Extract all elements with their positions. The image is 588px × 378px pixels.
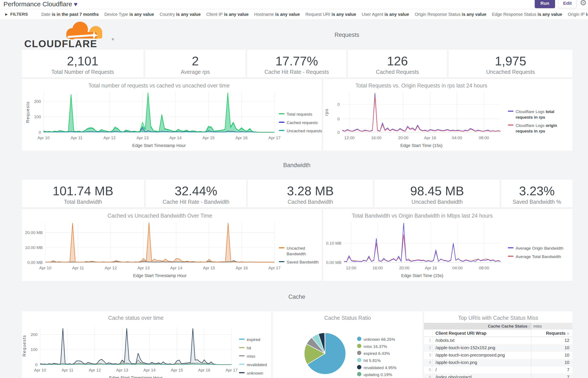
- bandwidth-over-time-chart[interactable]: 0.00 MB10.00 MB20.00 MBApr 10Apr 11Apr 1…: [22, 209, 322, 281]
- pivot-field-label[interactable]: Cache Cache Status›: [424, 323, 531, 329]
- svg-text:0: 0: [337, 130, 340, 135]
- pivot-value: miss: [531, 323, 572, 329]
- gear-icon[interactable]: ⚙: [580, 0, 587, 7]
- filter-date[interactable]: Dateis in the past 7 months: [41, 12, 99, 17]
- tile-value: 3.28 MB: [248, 184, 373, 198]
- legend-item[interactable]: unknown 66.25%: [357, 337, 418, 342]
- chevron-right-icon: ›: [528, 324, 530, 328]
- filter-client-ip[interactable]: Client IPis any value: [206, 12, 249, 17]
- table-row[interactable]: 6 /index.php/contact/ 7: [424, 373, 572, 378]
- tile-label: Saved Bandwidth %: [501, 199, 572, 205]
- legend-item[interactable]: Saved Bandwidth: [279, 259, 322, 265]
- requests-over-time-chart[interactable]: 0100200Apr 10Apr 11Apr 12Apr 13Apr 14Apr…: [22, 79, 322, 151]
- dashboard-root: { "header": {"title": "Performance Cloud…: [0, 0, 588, 378]
- tile-uncached-requests: 1,975 Uncached Requests: [449, 50, 572, 77]
- requests-rps-chart[interactable]: 00012:0016:0020:00Apr 1604:0008:00Edge S…: [323, 79, 572, 151]
- svg-text:Apr 13: Apr 13: [138, 266, 150, 270]
- filter-hostname[interactable]: Hostnameis any value: [254, 12, 300, 17]
- legend-item[interactable]: Cloudflare Logs origin requests in rps: [508, 123, 566, 134]
- legend-item[interactable]: Average Origin Bandwidth: [508, 245, 569, 251]
- svg-text:Apr 14: Apr 14: [169, 135, 182, 140]
- cache-status-ratio-pie[interactable]: unknown 66.25%miss 16.37%expired 6.43%hi…: [273, 311, 422, 378]
- svg-text:Edge Start Timestamp Hour: Edge Start Timestamp Hour: [109, 375, 163, 378]
- filters-label[interactable]: FILTERS: [10, 12, 28, 17]
- cache-status-over-time-chart[interactable]: 0100200Apr 10Apr 11Apr 12Apr 13Apr 14Apr…: [22, 311, 271, 378]
- tile-value: 32.44%: [146, 184, 246, 198]
- tile-label: Cached Bandwidth: [248, 199, 373, 205]
- cache-status-over-time-card: Cache status over time 0100200Apr 10Apr …: [22, 311, 271, 378]
- legend-item[interactable]: expired 6.43%: [357, 351, 418, 356]
- heart-icon: ♥: [74, 1, 78, 8]
- legend-item[interactable]: revalidated: [239, 362, 271, 368]
- svg-text:Apr 10: Apr 10: [39, 266, 51, 270]
- svg-text:100: 100: [30, 347, 38, 352]
- chart-title: Total Requests vs. Origin Requests in rp…: [342, 82, 501, 89]
- svg-text:Apr 15: Apr 15: [203, 266, 215, 270]
- svg-text:Apr 12: Apr 12: [105, 266, 117, 270]
- filter-origin-response-status[interactable]: Origin Response Statusis any value: [415, 12, 486, 17]
- tile-uncached-bandwidth: 98.45 MB Uncached Bandwidth: [375, 180, 500, 207]
- tile-value: 98.45 MB: [375, 184, 500, 198]
- top-uris-table-card: Top URIs with Cache Status Miss Cache Ca…: [424, 311, 572, 378]
- legend-item[interactable]: hit 5.81%: [357, 358, 418, 364]
- tile-cached-requests: 126 Cached Requests: [348, 50, 447, 77]
- legend-item[interactable]: miss 16.37%: [357, 344, 418, 350]
- legend-item[interactable]: revalidated 4.95%: [357, 365, 418, 371]
- filter-origin-ip[interactable]: Origin IPis any value: [568, 12, 588, 17]
- tile-label: Total Number of Requests: [22, 69, 143, 75]
- svg-text:Apr 10: Apr 10: [38, 135, 50, 140]
- svg-text:04:00: 04:00: [452, 266, 463, 270]
- run-button[interactable]: Run: [535, 0, 555, 8]
- filters-expand-icon[interactable]: ▶: [5, 12, 8, 16]
- bandwidth-mbps-chart[interactable]: 0.00 MB0.10 MB12:0016:0020:00Apr 1604:00…: [323, 209, 572, 281]
- svg-text:Apr 16: Apr 16: [198, 368, 210, 372]
- tile-value: 101.74 MB: [22, 184, 144, 198]
- tile-label: Uncached Bandwidth: [375, 199, 500, 205]
- legend-item[interactable]: Average Total Bandwidth: [508, 254, 569, 260]
- legend-item[interactable]: expired: [239, 337, 271, 342]
- chart-title: Cache status over time: [40, 315, 232, 321]
- tile-value: 2,101: [22, 54, 143, 68]
- chart-legend: Cloudflare Logs total requests in rpsClo…: [508, 109, 566, 137]
- svg-text:0.00 MB: 0.00 MB: [326, 260, 341, 265]
- table-row[interactable]: 1 /robots.txt 12: [424, 337, 572, 344]
- tile-value: 17.77%: [247, 54, 346, 68]
- svg-text:Apr 15: Apr 15: [202, 135, 214, 140]
- legend-item[interactable]: unknown: [239, 370, 271, 376]
- svg-text:Apr 16: Apr 16: [236, 135, 248, 140]
- legend-item[interactable]: Uncached Bandwidth: [279, 245, 322, 256]
- table-row[interactable]: 3 /apple-touch-icon-precomposed.png 10: [424, 351, 572, 359]
- tile-total-requests: 2,101 Total Number of Requests: [22, 50, 143, 77]
- svg-text:Apr 16: Apr 16: [236, 266, 248, 270]
- filter-request-uri[interactable]: Request URIis any value: [306, 12, 356, 17]
- edit-button[interactable]: Edit: [558, 0, 577, 8]
- legend-item[interactable]: updating 0.19%: [357, 372, 418, 378]
- table-row[interactable]: 4 /apple-touch-icon.png 10: [424, 359, 572, 366]
- col-header-uri[interactable]: Client Request URI Wrap: [433, 329, 531, 337]
- svg-text:08:00: 08:00: [479, 135, 489, 140]
- legend-item[interactable]: Cached requests: [279, 120, 322, 126]
- legend-item[interactable]: miss: [239, 353, 271, 359]
- legend-item[interactable]: Cloudflare Logs total requests in rps: [508, 109, 566, 120]
- filter-user-agent[interactable]: User Agentis any value: [362, 12, 409, 17]
- table-row[interactable]: 5 / 7: [424, 366, 572, 374]
- svg-text:10.00 MB: 10.00 MB: [25, 245, 43, 250]
- svg-text:Apr 17: Apr 17: [225, 368, 238, 372]
- filter-device-type[interactable]: Device Typeis any value: [104, 12, 154, 17]
- svg-text:08:00: 08:00: [479, 266, 489, 270]
- legend-item[interactable]: Total requests: [279, 111, 322, 117]
- filter-edge-response-status[interactable]: Edge Response Statusis any value: [492, 12, 562, 17]
- table-pivot-band: Cache Cache Status› miss: [424, 323, 572, 329]
- svg-text:Apr 10: Apr 10: [34, 368, 46, 372]
- col-header-requests[interactable]: Requests ∨: [531, 329, 572, 337]
- svg-text:16:00: 16:00: [371, 135, 381, 140]
- filter-country[interactable]: Countryis any value: [160, 12, 201, 17]
- table-row[interactable]: 2 /apple-touch-icon-152x152.png 10: [424, 344, 572, 351]
- svg-text:100: 100: [34, 115, 41, 119]
- legend-item[interactable]: hit: [239, 345, 271, 351]
- legend-item[interactable]: Uncached requests: [279, 128, 322, 134]
- cloudflare-wordmark: CLOUDFLARE: [24, 38, 97, 49]
- tile-cache-hit-rate-requests: 17.77% Cache Hit Rate - Requests: [247, 50, 346, 77]
- svg-text:04:00: 04:00: [452, 135, 462, 140]
- tile-saved-bandwidth-pct: 3.23% Saved Bandwidth %: [501, 180, 572, 207]
